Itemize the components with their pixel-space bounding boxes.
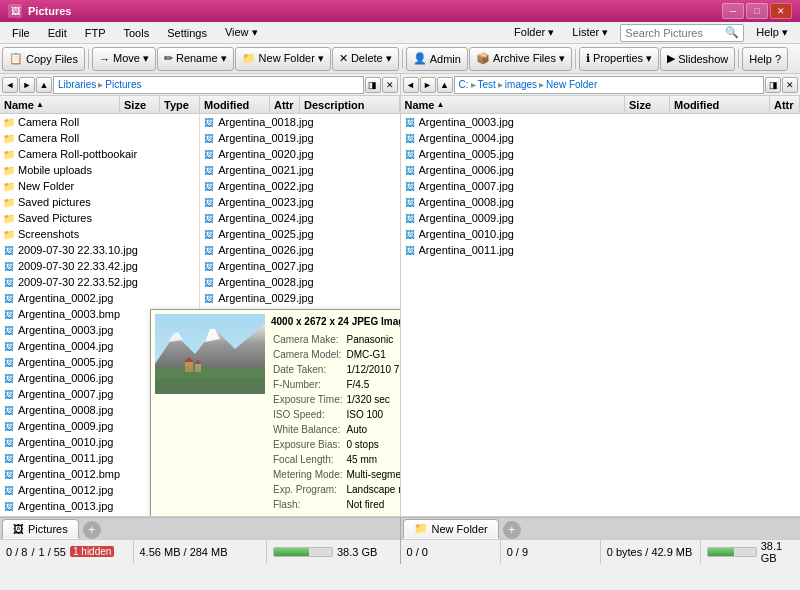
list-item[interactable]: 🖼Argentina_0019.jpg bbox=[200, 130, 399, 146]
left-forward-button[interactable]: ► bbox=[19, 77, 35, 93]
left-col-modified[interactable]: Modified bbox=[200, 96, 270, 113]
list-item[interactable]: 🖼Argentina_0008.jpg bbox=[401, 194, 801, 210]
list-item[interactable]: 🖼Argentina_0022.jpg bbox=[200, 178, 399, 194]
right-toggle-button[interactable]: ◨ bbox=[765, 77, 781, 93]
right-up-button[interactable]: ▲ bbox=[437, 77, 453, 93]
left-up-button[interactable]: ▲ bbox=[36, 77, 52, 93]
right-address-box[interactable]: C: ▸ Test ▸ images ▸ New Folder bbox=[454, 76, 765, 94]
left-col-name[interactable]: Name ▲ bbox=[0, 96, 120, 113]
list-item[interactable]: 📁Saved Pictures bbox=[0, 210, 199, 226]
right-back-button[interactable]: ◄ bbox=[403, 77, 419, 93]
right-col-modified[interactable]: Modified bbox=[670, 96, 770, 113]
left-add-tab-button[interactable]: + bbox=[83, 521, 101, 539]
right-address-newfolder[interactable]: New Folder bbox=[546, 79, 597, 90]
left-col-desc[interactable]: Description bbox=[300, 96, 400, 113]
list-item[interactable]: 🖼Argentina_0028.jpg bbox=[200, 274, 399, 290]
list-item[interactable]: 🖼Argentina_0010.jpg bbox=[401, 226, 801, 242]
list-item[interactable]: 🖼Argentina_0021.jpg bbox=[200, 162, 399, 178]
right-add-tab-button[interactable]: + bbox=[503, 521, 521, 539]
menu-view[interactable]: View ▾ bbox=[217, 24, 266, 41]
close-button[interactable]: ✕ bbox=[770, 3, 792, 19]
list-item[interactable]: 🖼Argentina_0023.jpg bbox=[200, 194, 399, 210]
left-back-button[interactable]: ◄ bbox=[2, 77, 18, 93]
list-item[interactable]: 🖼Argentina_0026.jpg bbox=[200, 242, 399, 258]
menu-lister[interactable]: Lister ▾ bbox=[564, 24, 616, 41]
menu-folder[interactable]: Folder ▾ bbox=[506, 24, 562, 41]
jpg-icon: 🖼 bbox=[403, 195, 417, 209]
left-col-attr[interactable]: Attr bbox=[270, 96, 300, 113]
right-col-attr[interactable]: Attr bbox=[770, 96, 800, 113]
jpg-icon: 🖼 bbox=[2, 323, 16, 337]
jpg-icon: 🖼 bbox=[403, 243, 417, 257]
list-item[interactable]: 🖼Argentina_0027.jpg bbox=[200, 258, 399, 274]
menu-tools[interactable]: Tools bbox=[115, 25, 157, 41]
delete-button[interactable]: ✕ Delete ▾ bbox=[332, 47, 399, 71]
copy-files-button[interactable]: 📋 Copy Files bbox=[2, 47, 85, 71]
list-item[interactable]: 📁Saved pictures bbox=[0, 194, 199, 210]
list-item[interactable]: 🖼2009-07-30 22.33.10.jpg bbox=[0, 242, 199, 258]
move-button[interactable]: → Move ▾ bbox=[92, 47, 156, 71]
right-file-list[interactable]: 🖼Argentina_0003.jpg 🖼Argentina_0004.jpg … bbox=[401, 114, 801, 516]
menu-edit[interactable]: Edit bbox=[40, 25, 75, 41]
help-button[interactable]: Help ? bbox=[742, 47, 788, 71]
jpg-icon: 🖼 bbox=[2, 339, 16, 353]
list-item[interactable]: 🖼Argentina_0029.jpg bbox=[200, 290, 399, 306]
list-item[interactable]: 📁Camera Roll-pottbookair bbox=[0, 146, 199, 162]
list-item[interactable]: 🖼Argentina_0024.jpg bbox=[200, 210, 399, 226]
right-size-label: 0 bytes / 42.9 MB bbox=[607, 546, 693, 558]
left-toggle-button[interactable]: ◨ bbox=[365, 77, 381, 93]
list-item[interactable]: 🖼2009-07-30 22.33.52.jpg bbox=[0, 274, 199, 290]
menu-settings[interactable]: Settings bbox=[159, 25, 215, 41]
right-forward-button[interactable]: ► bbox=[420, 77, 436, 93]
minimize-button[interactable]: ─ bbox=[722, 3, 744, 19]
right-address-images[interactable]: images bbox=[505, 79, 537, 90]
list-item[interactable]: 📁Camera Roll bbox=[0, 130, 199, 146]
left-address-box[interactable]: Libraries ▸ Pictures bbox=[53, 76, 364, 94]
folder-icon: 📁 bbox=[2, 211, 16, 225]
list-item[interactable]: 🖼Argentina_0005.jpg bbox=[401, 146, 801, 162]
admin-button[interactable]: 👤 Admin bbox=[406, 47, 468, 71]
right-tab-newfolder[interactable]: 📁 New Folder bbox=[403, 519, 499, 539]
left-col-type[interactable]: Type bbox=[160, 96, 200, 113]
list-item[interactable]: 🖼Argentina_0004.jpg bbox=[401, 130, 801, 146]
list-item[interactable]: 🖼Argentina_0025.jpg bbox=[200, 226, 399, 242]
left-close-button[interactable]: ✕ bbox=[382, 77, 398, 93]
right-col-size[interactable]: Size bbox=[625, 96, 670, 113]
right-address-c[interactable]: C: bbox=[459, 79, 469, 90]
left-col-size[interactable]: Size bbox=[120, 96, 160, 113]
list-item[interactable]: 📁Screenshots bbox=[0, 226, 199, 242]
menu-ftp[interactable]: FTP bbox=[77, 25, 114, 41]
list-item[interactable]: 🖼Argentina_0006.jpg bbox=[401, 162, 801, 178]
jpg-icon: 🖼 bbox=[2, 403, 16, 417]
left-tab-pictures[interactable]: 🖼 Pictures bbox=[2, 519, 79, 539]
right-status-drive: 38.1 GB bbox=[701, 540, 800, 564]
list-item[interactable]: 🖼Argentina_0009.jpg bbox=[401, 210, 801, 226]
properties-button[interactable]: ℹ Properties ▾ bbox=[579, 47, 659, 71]
right-close-button[interactable]: ✕ bbox=[782, 77, 798, 93]
menu-file[interactable]: File bbox=[4, 25, 38, 41]
list-item[interactable]: 🖼Argentina_0011.jpg bbox=[401, 242, 801, 258]
list-item[interactable]: 📁New Folder bbox=[0, 178, 199, 194]
archive-files-button[interactable]: 📦 Archive Files ▾ bbox=[469, 47, 572, 71]
list-item[interactable]: 🖼Argentina_0003.jpg bbox=[401, 114, 801, 130]
menu-help[interactable]: Help ▾ bbox=[748, 24, 796, 41]
list-item[interactable]: 🖼2009-07-30 22.33.42.jpg bbox=[0, 258, 199, 274]
right-col-name[interactable]: Name ▲ bbox=[401, 96, 626, 113]
left-address-part-2[interactable]: Pictures bbox=[105, 79, 141, 90]
jpg-icon: 🖼 bbox=[403, 227, 417, 241]
maximize-button[interactable]: □ bbox=[746, 3, 768, 19]
list-item[interactable]: 🖼Argentina_0018.jpg bbox=[200, 114, 399, 130]
jpg-icon: 🖼 bbox=[2, 499, 16, 513]
left-address-part-1[interactable]: Libraries bbox=[58, 79, 96, 90]
right-address-test[interactable]: Test bbox=[478, 79, 496, 90]
search-input[interactable] bbox=[625, 27, 725, 39]
left-status-count: 0 / 8 / 1 / 55 1 hidden bbox=[0, 540, 134, 564]
list-item[interactable]: 🖼Argentina_0007.jpg bbox=[401, 178, 801, 194]
slideshow-button[interactable]: ▶ Slideshow bbox=[660, 47, 735, 71]
list-item[interactable]: 📁Mobile uploads bbox=[0, 162, 199, 178]
list-item[interactable]: 📁Camera Roll bbox=[0, 114, 199, 130]
rename-button[interactable]: ✏ Rename ▾ bbox=[157, 47, 234, 71]
list-item[interactable]: 🖼Argentina_0020.jpg bbox=[200, 146, 399, 162]
new-folder-button[interactable]: 📁 New Folder ▾ bbox=[235, 47, 331, 71]
list-item[interactable]: 🖼Argentina_0002.jpg bbox=[0, 290, 199, 306]
